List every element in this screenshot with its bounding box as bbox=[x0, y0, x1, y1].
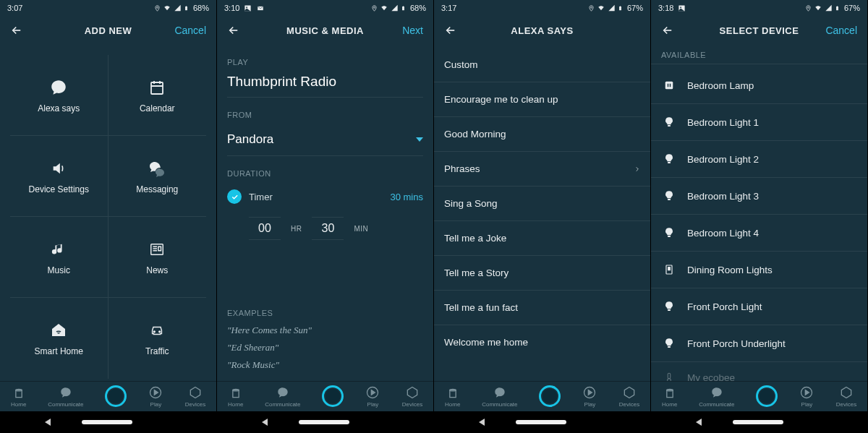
status-bar: 3:10 68% bbox=[217, 0, 433, 16]
cell-label: Messaging bbox=[136, 184, 178, 194]
nav-communicate[interactable]: Communicate bbox=[48, 385, 83, 408]
sys-back-button[interactable] bbox=[479, 419, 485, 426]
nav-devices[interactable]: Devices bbox=[836, 385, 856, 408]
svg-point-42 bbox=[668, 379, 671, 381]
back-button[interactable] bbox=[227, 24, 240, 37]
sys-back-button[interactable] bbox=[696, 419, 702, 426]
signal-icon bbox=[825, 4, 833, 12]
signal-icon bbox=[391, 4, 399, 12]
sys-home-pill[interactable] bbox=[82, 420, 132, 424]
play-icon bbox=[799, 385, 814, 400]
content: Alexa says Calendar Device Settings Mess… bbox=[0, 45, 216, 381]
status-bar: 3:07 68% bbox=[0, 0, 216, 16]
nav-home[interactable]: Home bbox=[11, 385, 27, 408]
list-item[interactable]: Good Morning bbox=[434, 117, 650, 152]
device-row[interactable]: Bedroom Light 4 bbox=[651, 215, 867, 252]
cancel-button[interactable]: Cancel bbox=[825, 25, 857, 36]
sys-back-button[interactable] bbox=[262, 419, 268, 426]
device-row[interactable]: My ecobee bbox=[651, 362, 867, 381]
list-item[interactable]: Welcome me home bbox=[434, 325, 650, 359]
picker-minutes-unit: MIN bbox=[354, 225, 368, 233]
cell-label: Alexa says bbox=[38, 103, 80, 113]
chevron-right-icon bbox=[634, 165, 640, 173]
grid-device-settings[interactable]: Device Settings bbox=[10, 136, 109, 217]
nav-devices[interactable]: Devices bbox=[185, 385, 205, 408]
section-available: AVAILABLE bbox=[651, 45, 867, 64]
devices-icon bbox=[404, 385, 420, 400]
svg-rect-36 bbox=[668, 236, 671, 237]
status-battery: 68% bbox=[193, 4, 209, 12]
back-button[interactable] bbox=[10, 24, 23, 37]
grid-smart-home[interactable]: Smart Home bbox=[10, 298, 109, 379]
next-button[interactable]: Next bbox=[402, 25, 423, 36]
grid-calendar[interactable]: Calendar bbox=[109, 55, 207, 136]
list-item[interactable]: Tell me a fun fact bbox=[434, 291, 650, 325]
nav-play[interactable]: Play bbox=[365, 385, 380, 408]
nav-communicate[interactable]: Communicate bbox=[265, 385, 300, 408]
from-dropdown[interactable]: Pandora bbox=[227, 124, 423, 156]
device-row[interactable]: Bedroom Lamp bbox=[651, 67, 867, 104]
grid-traffic[interactable]: Traffic bbox=[109, 298, 207, 379]
status-time: 3:07 bbox=[7, 4, 22, 12]
screen-add-new: 3:07 68% ADD NEW Cancel Alexa says bbox=[0, 0, 217, 433]
list-item[interactable]: Encourage me to clean up bbox=[434, 82, 650, 117]
status-battery: 67% bbox=[627, 4, 643, 12]
device-row[interactable]: Front Porch Underlight bbox=[651, 325, 867, 362]
nav-play[interactable]: Play bbox=[148, 385, 163, 408]
svg-rect-31 bbox=[668, 84, 669, 87]
wifi-icon bbox=[814, 4, 822, 12]
calendar-icon bbox=[147, 77, 167, 98]
cancel-button[interactable]: Cancel bbox=[174, 25, 206, 36]
nav-alexa[interactable] bbox=[322, 385, 344, 407]
nav-communicate[interactable]: Communicate bbox=[699, 385, 734, 408]
location-icon bbox=[805, 4, 812, 12]
nav-home[interactable]: Home bbox=[662, 385, 678, 408]
device-row[interactable]: Bedroom Light 3 bbox=[651, 178, 867, 215]
sys-home-pill[interactable] bbox=[516, 420, 566, 424]
cell-label: Music bbox=[48, 265, 70, 275]
nav-alexa[interactable] bbox=[105, 385, 127, 407]
back-arrow-icon bbox=[444, 24, 457, 37]
cell-label: News bbox=[146, 265, 168, 275]
alexa-ring-icon bbox=[756, 385, 778, 407]
grid-news[interactable]: News bbox=[109, 217, 207, 298]
list-item[interactable]: Sing a Song bbox=[434, 187, 650, 221]
grid-music[interactable]: Music bbox=[10, 217, 109, 298]
sys-home-pill[interactable] bbox=[733, 420, 783, 424]
location-icon bbox=[371, 4, 378, 12]
nav-devices[interactable]: Devices bbox=[619, 385, 639, 408]
nav-home[interactable]: Home bbox=[228, 385, 244, 408]
picker-hours[interactable]: 00 bbox=[249, 217, 281, 240]
time-picker[interactable]: 00 HR 30 MIN bbox=[227, 211, 423, 243]
nav-play[interactable]: Play bbox=[582, 385, 597, 408]
device-row[interactable]: Dining Room Lights bbox=[651, 252, 867, 288]
switch-icon bbox=[661, 262, 677, 278]
grid-alexa-says[interactable]: Alexa says bbox=[10, 55, 109, 136]
nav-play[interactable]: Play bbox=[799, 385, 814, 408]
sys-back-button[interactable] bbox=[45, 419, 51, 426]
timer-row[interactable]: Timer 30 mins bbox=[227, 182, 423, 211]
device-row[interactable]: Bedroom Light 2 bbox=[651, 141, 867, 178]
back-button[interactable] bbox=[444, 24, 457, 37]
device-row[interactable]: Bedroom Light 1 bbox=[651, 104, 867, 141]
nav-home[interactable]: Home bbox=[445, 385, 461, 408]
svg-point-27 bbox=[808, 7, 809, 8]
nav-alexa[interactable] bbox=[539, 385, 561, 407]
chat-bubble-icon bbox=[709, 385, 725, 400]
list-item[interactable]: Tell me a Story bbox=[434, 256, 650, 291]
list-item[interactable]: Tell me a Joke bbox=[434, 221, 650, 256]
list-item-phrases[interactable]: Phrases bbox=[434, 152, 650, 187]
nav-communicate[interactable]: Communicate bbox=[482, 385, 517, 408]
device-row[interactable]: Front Porch Light bbox=[651, 288, 867, 325]
picker-minutes[interactable]: 30 bbox=[312, 217, 344, 240]
sys-home-pill[interactable] bbox=[299, 420, 349, 424]
wifi-icon bbox=[380, 4, 388, 12]
back-button[interactable] bbox=[661, 24, 674, 37]
bulb-icon bbox=[661, 188, 677, 204]
alexa-ring-icon bbox=[322, 385, 344, 407]
nav-devices[interactable]: Devices bbox=[402, 385, 422, 408]
play-input[interactable]: Thumbprint Radio bbox=[227, 71, 423, 98]
nav-alexa[interactable] bbox=[756, 385, 778, 407]
list-item[interactable]: Custom bbox=[434, 48, 650, 82]
grid-messaging[interactable]: Messaging bbox=[109, 136, 207, 217]
